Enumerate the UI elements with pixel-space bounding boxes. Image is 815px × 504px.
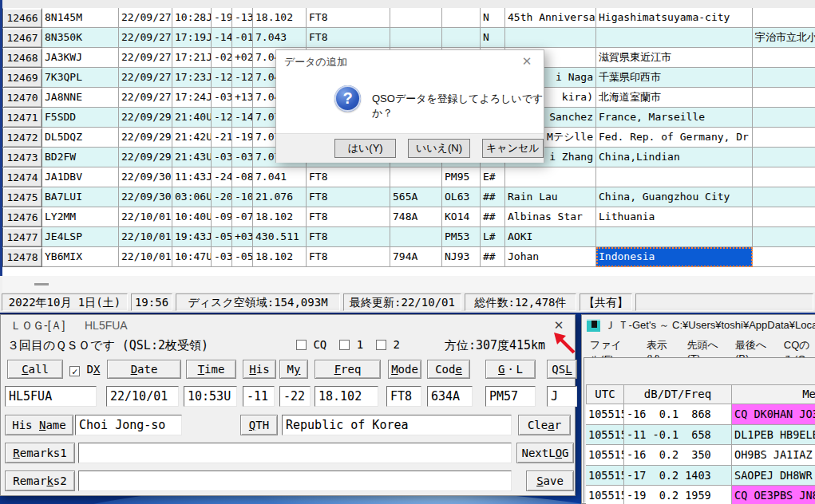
nextlog-button[interactable]: NextLOG <box>516 443 574 463</box>
cell-my[interactable]: -07 <box>232 207 253 227</box>
cell-call[interactable]: BD2FW <box>42 148 119 167</box>
jt-column-header[interactable]: Me <box>732 384 815 404</box>
field-button-mode[interactable]: Mode <box>388 360 421 379</box>
cell-time[interactable]: 17:19J <box>172 28 212 48</box>
cell-time[interactable]: 21:42U <box>172 128 212 148</box>
cell-time[interactable]: 19:43J <box>172 227 212 247</box>
cell-mode[interactable]: FT8 <box>307 207 390 227</box>
cell-call[interactable]: LY2MM <box>42 207 119 227</box>
cell-date[interactable]: 22/09/27 <box>119 68 172 88</box>
remarks2-input[interactable] <box>78 471 512 491</box>
cell-time[interactable]: 10:40U <box>172 207 212 227</box>
remarks1-button[interactable]: Remarks1 <box>5 443 75 463</box>
field-input-call[interactable]: HL5FUA <box>5 386 97 407</box>
cell-his[interactable]: -02 <box>212 48 232 68</box>
cell-call[interactable]: YB6MIX <box>42 247 119 267</box>
cell-id[interactable]: 12468 <box>2 48 42 68</box>
cell-gl[interactable] <box>442 28 481 48</box>
checkbox-box[interactable] <box>339 340 350 350</box>
cell-qsl[interactable]: ## <box>481 187 505 207</box>
menu-item[interactable]: 最後へ(B) <box>735 338 770 355</box>
cell-remarks[interactable] <box>753 88 815 108</box>
cell-gl[interactable]: PM53 <box>442 227 481 247</box>
cell-date[interactable]: 22/10/01 <box>119 207 172 227</box>
cell-time[interactable]: 10:28J <box>172 8 212 28</box>
cell-time[interactable]: 10:47U <box>172 247 212 267</box>
cell-time[interactable]: 17:21J <box>172 48 212 68</box>
cell-qsl[interactable]: N <box>481 28 505 48</box>
cell-mode[interactable]: FT8 <box>307 187 390 207</box>
cell-id[interactable]: 12472 <box>2 128 42 148</box>
cell-call[interactable]: JE4LSP <box>42 227 119 247</box>
jt-cell-msg[interactable]: DL1PEB HB9ELE <box>732 425 815 446</box>
cell-qsl[interactable]: L# <box>481 227 505 247</box>
field-input-his[interactable]: -11 <box>243 386 275 407</box>
cell-freq[interactable]: 7.043 <box>253 28 307 48</box>
cell-remarks[interactable] <box>753 108 815 128</box>
cell-date[interactable]: 22/09/30 <box>119 187 172 207</box>
cell-date[interactable]: 22/09/29 <box>119 128 172 148</box>
jt-decode-row[interactable]: 105515-17 0.2 1403SAOPEJ DH8WR <box>586 466 815 486</box>
cell-remarks[interactable] <box>753 167 815 187</box>
close-icon[interactable]: ✕ <box>518 53 536 69</box>
jt-cell-db[interactable]: -16 0.1 868 <box>624 404 732 425</box>
cell-id[interactable]: 12476 <box>2 207 42 227</box>
save-button[interactable]: Save <box>526 471 574 491</box>
menu-item[interactable]: 表示(V) <box>647 338 673 355</box>
field-button-gl[interactable]: G・L <box>485 360 536 379</box>
cell-gl[interactable]: KO14 <box>442 207 481 227</box>
field-button-code[interactable]: Code <box>427 360 470 379</box>
cell-qsl[interactable]: ## <box>481 207 505 227</box>
cell-qsl[interactable]: N <box>481 8 505 28</box>
jt-cell-utc[interactable]: 105515 <box>586 425 624 446</box>
cell-my[interactable]: -14 <box>232 108 253 128</box>
cell-name[interactable]: Johan <box>505 247 596 267</box>
field-input-time[interactable]: 10:53U <box>184 386 237 407</box>
no-button[interactable]: いいえ(N) <box>408 139 469 158</box>
qth-input[interactable]: Republic of Korea <box>282 415 512 435</box>
cancel-button[interactable]: キャンセル <box>482 139 544 158</box>
cell-my[interactable]: -19 <box>232 128 253 148</box>
cell-freq[interactable]: 18.102 <box>253 207 307 227</box>
cell-mode[interactable]: FT8 <box>307 227 390 247</box>
cell-id[interactable]: 12474 <box>2 167 42 187</box>
cell-code[interactable] <box>390 28 442 48</box>
jt-cell-utc[interactable]: 105515 <box>586 404 624 425</box>
checkbox-box[interactable] <box>296 340 307 350</box>
remarks2-button[interactable]: Remarks2 <box>5 471 75 491</box>
cell-remarks[interactable] <box>753 48 815 68</box>
cell-id[interactable]: 12478 <box>2 247 42 267</box>
cell-my[interactable]: -01 <box>232 28 253 48</box>
cell-mode[interactable]: FT8 <box>307 28 390 48</box>
checkbox-cq[interactable]: CQ <box>296 338 326 351</box>
cell-qsl[interactable]: ## <box>481 247 505 267</box>
cell-date[interactable]: 22/10/01 <box>119 247 172 267</box>
cell-his[interactable]: -21 <box>212 128 232 148</box>
checkbox-box[interactable]: ✓ <box>69 366 80 376</box>
cell-his[interactable]: -12 <box>212 108 232 128</box>
cell-remarks[interactable] <box>753 128 815 148</box>
cell-qth[interactable]: France, Marseille <box>596 108 753 128</box>
yes-button[interactable]: はい(Y) <box>334 139 396 158</box>
cell-name[interactable] <box>505 167 596 187</box>
cell-freq[interactable]: 7.041 <box>253 167 307 187</box>
cell-his[interactable]: -03 <box>212 88 232 108</box>
cell-qth[interactable]: Lithuania <box>596 207 753 227</box>
cell-mode[interactable]: FT8 <box>307 8 390 28</box>
cell-my[interactable]: +02 <box>232 48 253 68</box>
cell-time[interactable]: 21:43U <box>172 148 212 167</box>
clear-button[interactable]: Clear <box>518 415 571 435</box>
minimized-window-dash[interactable] <box>34 283 49 285</box>
cell-qth[interactable]: China, Guangzhou City <box>596 187 753 207</box>
cell-name[interactable]: Rain Lau <box>505 187 596 207</box>
cell-his[interactable]: -24 <box>212 167 232 187</box>
cell-remarks[interactable]: 宇治市立北小 <box>753 28 815 48</box>
cell-id[interactable]: 12471 <box>2 108 42 128</box>
cell-name[interactable]: Albinas Star <box>505 207 596 227</box>
jt-column-header[interactable]: UTC <box>586 384 624 404</box>
jt-cell-msg[interactable]: CQ OE3PBS JN8 <box>732 486 815 504</box>
cell-time[interactable]: 17:24J <box>172 88 212 108</box>
cell-id[interactable]: 12477 <box>2 227 42 247</box>
remarks1-input[interactable] <box>78 443 512 463</box>
cell-name[interactable]: AOKI <box>505 227 596 247</box>
